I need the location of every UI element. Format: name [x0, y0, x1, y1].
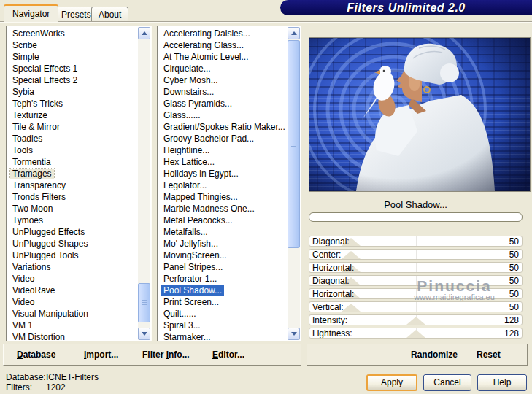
- randomize-button[interactable]: Randomize: [411, 344, 458, 365]
- list-item[interactable]: Accelerating Glass...: [161, 39, 286, 51]
- menu-item-database[interactable]: Database: [17, 344, 55, 365]
- list-item[interactable]: Video: [10, 273, 136, 285]
- list-item[interactable]: Panel Stripes...: [161, 261, 286, 273]
- list-item[interactable]: Marble Madness One...: [161, 203, 286, 215]
- list-item[interactable]: Holidays in Egypt...: [161, 168, 286, 179]
- help-button[interactable]: Help: [477, 374, 527, 391]
- filter-scrollbar[interactable]: [288, 27, 300, 340]
- slider-row[interactable]: Vertical:50: [309, 301, 523, 312]
- list-item[interactable]: VM 1: [10, 320, 136, 331]
- preview-image: [309, 37, 531, 192]
- menu-item-filter-info[interactable]: Filter Info...: [142, 344, 190, 365]
- list-item[interactable]: Special Effects 1: [10, 63, 136, 74]
- apply-button[interactable]: Apply: [366, 374, 417, 391]
- scroll-down-button[interactable]: [138, 328, 150, 340]
- slider-row[interactable]: Diagonal:50: [309, 236, 523, 247]
- list-item[interactable]: Heightline...: [161, 144, 286, 156]
- preview-art: [309, 38, 530, 191]
- list-item-label: Tronds Filters: [10, 192, 68, 202]
- list-item[interactable]: Accelerating Daisies...: [161, 28, 286, 39]
- filter-list[interactable]: Accelerating Daisies...Accelerating Glas…: [157, 26, 301, 341]
- list-item[interactable]: Transparency: [10, 179, 136, 191]
- slider-label: Intensity:: [312, 315, 347, 325]
- slider-tick: [363, 328, 363, 338]
- list-item[interactable]: Tramages: [10, 168, 136, 179]
- category-list[interactable]: ScreenWorksScribeSimpleSpecial Effects 1…: [6, 26, 152, 341]
- list-item[interactable]: Video: [10, 296, 136, 308]
- list-item[interactable]: Legolator...: [161, 179, 286, 191]
- scrollbar-thumb[interactable]: [138, 283, 150, 322]
- list-item[interactable]: Tile & Mirror: [10, 121, 136, 133]
- list-item[interactable]: ScreenWorks: [10, 28, 136, 39]
- list-item[interactable]: Glass......: [161, 109, 286, 121]
- slider-row[interactable]: Horizontal:50: [309, 288, 523, 299]
- cancel-button[interactable]: Cancel: [423, 374, 471, 391]
- list-item[interactable]: Perforator 1...: [161, 273, 286, 285]
- list-item[interactable]: Mapped Thingies...: [161, 191, 286, 203]
- list-item[interactable]: Special Effects 2: [10, 74, 136, 86]
- list-item-label: Tile & Mirror: [10, 122, 62, 132]
- scroll-up-button[interactable]: [288, 27, 300, 39]
- list-item[interactable]: Tools: [10, 144, 136, 156]
- list-item[interactable]: Two Moon: [10, 203, 136, 215]
- list-item[interactable]: Toadies: [10, 133, 136, 144]
- chevron-up-icon: [142, 31, 147, 35]
- slider-row[interactable]: Horizontal:50: [309, 262, 523, 273]
- scroll-up-button[interactable]: [138, 27, 150, 39]
- list-item[interactable]: Gradient/Spokes Ratio Maker...: [161, 121, 286, 133]
- slider-row[interactable]: Intensity:128: [309, 314, 523, 325]
- list-item[interactable]: VideoRave: [10, 285, 136, 296]
- list-item-label: VM 1: [10, 320, 35, 331]
- list-item[interactable]: MovingScreen...: [161, 250, 286, 261]
- list-item[interactable]: Print Screen...: [161, 296, 286, 308]
- list-item[interactable]: Scribe: [10, 39, 136, 51]
- list-item[interactable]: Starmaker...: [161, 331, 286, 341]
- slider-thumb[interactable]: [342, 304, 361, 312]
- list-item-label: Mo' Jellyfish...: [161, 239, 220, 249]
- reset-button[interactable]: Reset: [477, 344, 501, 365]
- scrollbar-thumb[interactable]: [288, 40, 300, 248]
- list-item[interactable]: Metalfalls...: [161, 226, 286, 238]
- slider-value: 128: [504, 315, 519, 325]
- list-item[interactable]: Tronds Filters: [10, 191, 136, 203]
- list-item[interactable]: Groovy Bachelor Pad...: [161, 133, 286, 144]
- list-item[interactable]: Quilt......: [161, 308, 286, 320]
- list-item[interactable]: Variations: [10, 261, 136, 273]
- list-item[interactable]: Texturize: [10, 109, 136, 121]
- list-item[interactable]: Tymoes: [10, 215, 136, 226]
- slider-tick: [469, 289, 469, 298]
- scroll-down-button[interactable]: [288, 328, 300, 340]
- slider-row[interactable]: Diagonal:50: [309, 275, 523, 286]
- list-item[interactable]: Hex Lattice...: [161, 156, 286, 168]
- list-item[interactable]: Spiral 3...: [161, 320, 286, 331]
- list-item[interactable]: UnPlugged Effects: [10, 226, 136, 238]
- list-item[interactable]: Teph's Tricks: [10, 98, 136, 109]
- list-item[interactable]: Sybia: [10, 86, 136, 98]
- list-item[interactable]: Visual Manipulation: [10, 308, 136, 320]
- list-item[interactable]: Pool Shadow...: [161, 285, 286, 296]
- tab-navigator[interactable]: Navigator: [4, 4, 58, 22]
- slider-row[interactable]: Center:50: [309, 249, 523, 260]
- list-item[interactable]: At The Atomic Level...: [161, 51, 286, 63]
- menu-item-import[interactable]: Import...: [84, 344, 118, 365]
- category-scrollbar[interactable]: [138, 27, 150, 340]
- slider-thumb[interactable]: [406, 330, 425, 338]
- list-item[interactable]: Tormentia: [10, 156, 136, 168]
- tab-about[interactable]: About: [91, 7, 128, 22]
- list-item[interactable]: VM Distortion: [10, 331, 136, 341]
- slider-thumb[interactable]: [406, 317, 425, 325]
- slider-tick: [416, 236, 417, 246]
- menu-item-editor[interactable]: Editor...: [212, 344, 244, 365]
- slider-thumb[interactable]: [342, 251, 361, 259]
- list-item[interactable]: Glass Pyramids...: [161, 98, 286, 109]
- list-item[interactable]: Downstairs...: [161, 86, 286, 98]
- slider-row[interactable]: Lightness:128: [309, 328, 523, 339]
- list-item[interactable]: Cirquelate...: [161, 63, 286, 74]
- list-item[interactable]: Mo' Jellyfish...: [161, 238, 286, 250]
- list-item[interactable]: Simple: [10, 51, 136, 63]
- list-item[interactable]: UnPlugged Shapes: [10, 238, 136, 250]
- list-item[interactable]: UnPlugged Tools: [10, 250, 136, 261]
- list-item[interactable]: Metal Peacocks...: [161, 215, 286, 226]
- slider-tick: [416, 302, 417, 312]
- list-item[interactable]: Cyber Mosh...: [161, 74, 286, 86]
